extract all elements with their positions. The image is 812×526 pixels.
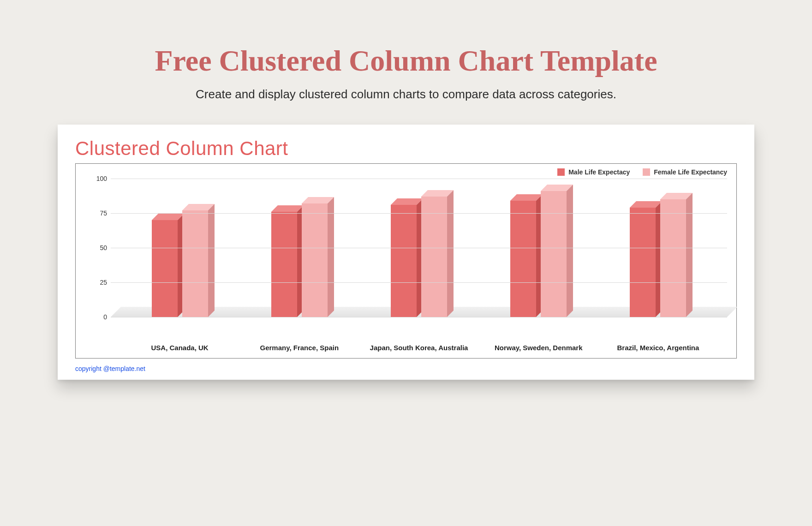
y-tick: 75 <box>100 209 107 217</box>
plot-area <box>111 179 727 317</box>
chart-card: Clustered Column Chart Male Life Expecta… <box>58 125 754 380</box>
plot: 0255075100 <box>85 179 727 335</box>
cluster <box>152 210 208 317</box>
x-axis-labels: USA, Canada, UKGermany, France, SpainJap… <box>85 344 727 352</box>
gridline <box>111 213 727 214</box>
bar-male <box>630 208 656 317</box>
y-tick: 0 <box>103 313 107 321</box>
legend-item-female: Female Life Expectancy <box>643 168 727 176</box>
bar-female <box>302 203 328 317</box>
page-subtitle: Create and display clustered column char… <box>0 87 812 102</box>
bar-female <box>541 191 567 317</box>
legend-swatch-male <box>557 168 565 176</box>
bar-male <box>510 201 536 317</box>
x-label: Brazil, Mexico, Argentina <box>598 344 718 352</box>
gridline <box>111 179 727 179</box>
x-label: Norway, Sweden, Denmark <box>479 344 598 352</box>
y-tick: 100 <box>96 175 107 182</box>
chart-title: Clustered Column Chart <box>75 137 737 160</box>
cluster <box>630 199 686 317</box>
bar-female <box>421 197 447 317</box>
legend-swatch-female <box>643 168 650 176</box>
x-label: USA, Canada, UK <box>120 344 239 352</box>
y-tick: 25 <box>100 279 107 286</box>
cluster <box>510 191 567 317</box>
x-label: Germany, France, Spain <box>239 344 359 352</box>
x-label: Japan, South Korea, Australia <box>359 344 478 352</box>
bar-male <box>391 205 417 317</box>
gridline <box>111 282 727 283</box>
copyright-text: copyright @template.net <box>75 365 737 372</box>
chart-frame: Male Life Expectacy Female Life Expectan… <box>75 163 737 359</box>
bar-male <box>152 220 178 317</box>
legend-label-female: Female Life Expectancy <box>654 168 727 176</box>
bar-female <box>660 199 686 317</box>
bar-female <box>182 210 208 317</box>
y-tick: 50 <box>100 244 107 251</box>
chart-legend: Male Life Expectacy Female Life Expectan… <box>85 168 727 176</box>
page-title: Free Clustered Column Chart Template <box>0 44 812 78</box>
gridline <box>111 248 727 248</box>
legend-label-male: Male Life Expectacy <box>568 168 630 176</box>
gridline <box>111 317 727 317</box>
y-axis: 0255075100 <box>85 179 111 317</box>
cluster <box>271 203 328 317</box>
bar-male <box>271 212 297 317</box>
cluster <box>391 197 447 317</box>
legend-item-male: Male Life Expectacy <box>557 168 630 176</box>
page-container: Free Clustered Column Chart Template Cre… <box>0 0 812 380</box>
